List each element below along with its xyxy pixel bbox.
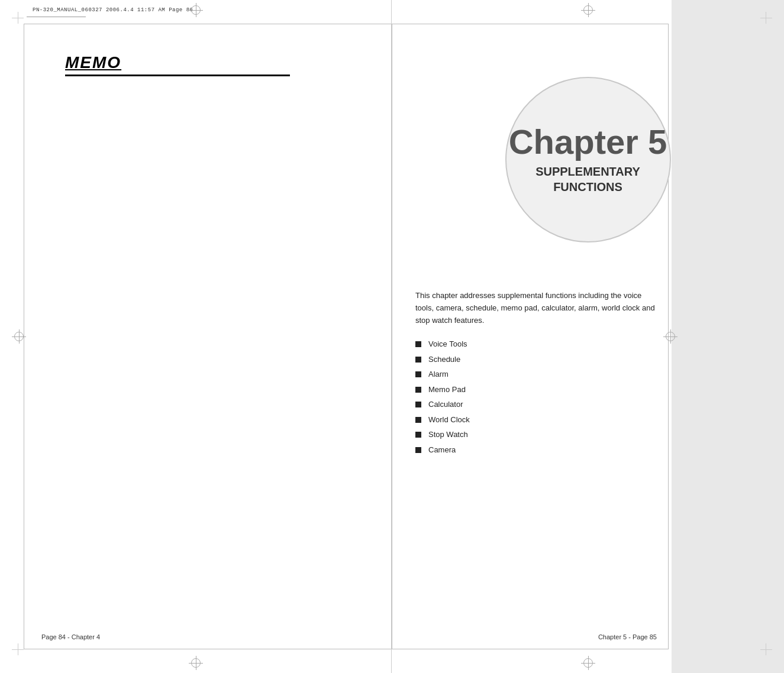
bottom-border-right <box>392 649 669 649</box>
memo-section: MEMO <box>65 53 290 76</box>
chapter-circle: Chapter 5 SUPPLEMENTARY FUNCTIONS <box>505 77 671 242</box>
list-item-label: Memo Pad <box>428 384 466 396</box>
bullet-icon <box>415 357 421 363</box>
list-item: Memo Pad <box>415 384 660 396</box>
list-item: Stop Watch <box>415 429 660 441</box>
right-page-number: Chapter 5 - Page 85 <box>598 633 657 640</box>
list-item: Calculator <box>415 399 660 410</box>
bullet-icon <box>415 387 421 393</box>
top-line-decoration <box>27 17 86 17</box>
memo-title: MEMO <box>65 53 290 72</box>
bullet-icon <box>415 447 421 453</box>
left-page: PN-320_MANUAL_060327 2006.4.4 11:57 AM P… <box>0 0 392 673</box>
features-list: Voice ToolsScheduleAlarmMemo PadCalculat… <box>415 338 660 455</box>
bullet-icon <box>415 402 421 407</box>
right-content: This chapter addresses supplemental func… <box>415 290 660 459</box>
list-item: World Clock <box>415 414 660 426</box>
list-item: Schedule <box>415 354 660 365</box>
right-top-center-mark <box>581 3 595 17</box>
top-center-mark <box>189 3 203 17</box>
chapter-number: Chapter 5 <box>509 125 667 159</box>
reg-mark-top-right <box>754 12 772 30</box>
list-item-label: Alarm <box>428 368 449 380</box>
left-page-number: Page 84 - Chapter 4 <box>41 633 100 640</box>
left-border-right <box>392 24 392 649</box>
list-item-label: Schedule <box>428 354 460 365</box>
list-item-label: World Clock <box>428 414 470 426</box>
list-item-label: Camera <box>428 444 456 456</box>
left-center-mark <box>12 329 26 344</box>
list-item: Camera <box>415 444 660 456</box>
list-item-label: Calculator <box>428 399 463 410</box>
right-bottom-center-mark <box>581 656 595 670</box>
bullet-icon <box>415 371 421 377</box>
list-item-label: Voice Tools <box>428 338 467 350</box>
reg-mark-bottom-left <box>12 643 30 661</box>
file-info: PN-320_MANUAL_060327 2006.4.4 11:57 AM P… <box>33 7 193 13</box>
reg-mark-top-left <box>12 12 30 30</box>
list-item: Voice Tools <box>415 338 660 350</box>
right-page: Chapter 5 SUPPLEMENTARY FUNCTIONS This c… <box>392 0 784 673</box>
memo-underline <box>65 75 290 76</box>
top-border <box>24 24 391 24</box>
right-sidebar <box>672 0 784 673</box>
bullet-icon <box>415 432 421 438</box>
chapter-circle-container: Chapter 5 SUPPLEMENTARY FUNCTIONS <box>505 77 671 242</box>
bottom-border <box>24 649 391 649</box>
intro-text: This chapter addresses supplemental func… <box>415 290 660 326</box>
list-item: Alarm <box>415 368 660 380</box>
bottom-center-mark <box>189 656 203 670</box>
right-center-mark <box>663 329 677 344</box>
bullet-icon <box>415 341 421 347</box>
chapter-subtitle: SUPPLEMENTARY FUNCTIONS <box>535 164 640 195</box>
page-container: PN-320_MANUAL_060327 2006.4.4 11:57 AM P… <box>0 0 784 673</box>
bullet-icon <box>415 417 421 423</box>
top-border-right <box>392 24 669 24</box>
reg-mark-bottom-right <box>754 643 772 661</box>
list-item-label: Stop Watch <box>428 429 468 441</box>
